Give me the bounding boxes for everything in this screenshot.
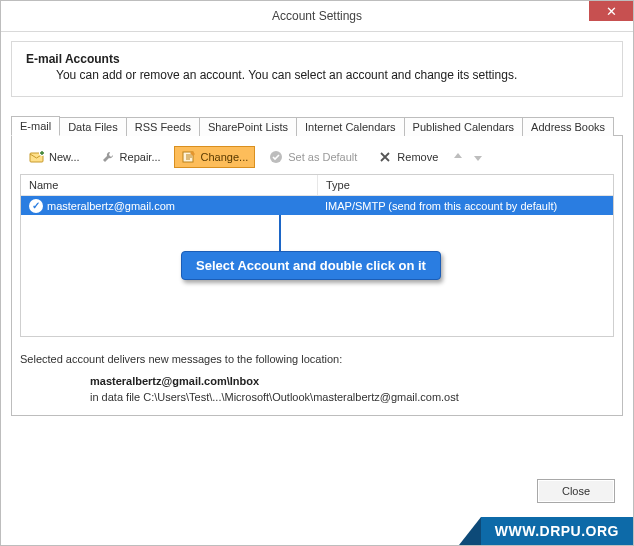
tab-label: Data Files: [68, 121, 118, 133]
window-close-button[interactable]: ✕: [589, 1, 633, 21]
header-title: E-mail Accounts: [26, 52, 608, 66]
delivery-info: Selected account delivers new messages t…: [20, 353, 614, 403]
new-button[interactable]: New...: [22, 146, 87, 168]
mail-new-icon: [29, 149, 45, 165]
tab-label: E-mail: [20, 120, 51, 132]
instruction-callout: Select Account and double click on it: [181, 251, 441, 280]
close-icon: ✕: [606, 4, 617, 19]
remove-label: Remove: [397, 151, 438, 163]
dialog-window: Account Settings ✕ E-mail Accounts You c…: [0, 0, 634, 546]
check-circle-icon: [268, 149, 284, 165]
remove-button[interactable]: Remove: [370, 146, 445, 168]
tab-label: Published Calendars: [413, 121, 515, 133]
list-header: Name Type: [21, 175, 613, 196]
wrench-icon: [100, 149, 116, 165]
change-button[interactable]: Change...: [174, 146, 256, 168]
tab-label: RSS Feeds: [135, 121, 191, 133]
watermark-ribbon: WWW.DRPU.ORG: [459, 517, 633, 545]
set-default-button: Set as Default: [261, 146, 364, 168]
tab-sharepoint-lists[interactable]: SharePoint Lists: [199, 117, 297, 136]
column-name[interactable]: Name: [21, 175, 318, 195]
account-type-cell: IMAP/SMTP (send from this account by def…: [317, 200, 613, 212]
callout-pointer: [279, 215, 281, 253]
tab-label: SharePoint Lists: [208, 121, 288, 133]
tab-email[interactable]: E-mail: [11, 116, 60, 136]
move-up-button: [451, 150, 465, 164]
repair-button[interactable]: Repair...: [93, 146, 168, 168]
delivery-destination: masteralbertz@gmail.com\Inbox: [90, 375, 614, 387]
account-type: IMAP/SMTP (send from this account by def…: [325, 200, 557, 212]
close-button[interactable]: Close: [537, 479, 615, 503]
tab-label: Address Books: [531, 121, 605, 133]
tab-internet-calendars[interactable]: Internet Calendars: [296, 117, 405, 136]
ribbon-edge: [459, 517, 481, 545]
column-type[interactable]: Type: [318, 175, 613, 195]
set-default-label: Set as Default: [288, 151, 357, 163]
header-panel: E-mail Accounts You can add or remove an…: [11, 41, 623, 97]
header-subtitle: You can add or remove an account. You ca…: [56, 68, 608, 82]
tab-published-calendars[interactable]: Published Calendars: [404, 117, 524, 136]
tab-rss-feeds[interactable]: RSS Feeds: [126, 117, 200, 136]
accounts-list[interactable]: Name Type ✓ masteralbertz@gmail.com IMAP…: [20, 174, 614, 337]
tab-container: E-mail Data Files RSS Feeds SharePoint L…: [11, 115, 623, 416]
change-label: Change...: [201, 151, 249, 163]
tab-data-files[interactable]: Data Files: [59, 117, 127, 136]
move-down-button: [471, 150, 485, 164]
tab-address-books[interactable]: Address Books: [522, 117, 614, 136]
list-body: ✓ masteralbertz@gmail.com IMAP/SMTP (sen…: [21, 196, 613, 336]
accounts-toolbar: New... Repair... Change...: [20, 144, 614, 174]
account-name-cell: ✓ masteralbertz@gmail.com: [21, 199, 317, 213]
delivery-intro: Selected account delivers new messages t…: [20, 353, 614, 365]
watermark-text: WWW.DRPU.ORG: [481, 517, 633, 545]
default-account-icon: ✓: [29, 199, 43, 213]
title-bar: Account Settings ✕: [1, 1, 633, 32]
tab-page-email: New... Repair... Change...: [11, 135, 623, 416]
repair-label: Repair...: [120, 151, 161, 163]
new-label: New...: [49, 151, 80, 163]
remove-x-icon: [377, 149, 393, 165]
close-label: Close: [562, 485, 590, 497]
account-row[interactable]: ✓ masteralbertz@gmail.com IMAP/SMTP (sen…: [21, 196, 613, 215]
delivery-path: in data file C:\Users\Test\...\Microsoft…: [90, 391, 614, 403]
account-name: masteralbertz@gmail.com: [47, 200, 175, 212]
change-icon: [181, 149, 197, 165]
window-title: Account Settings: [1, 9, 633, 23]
tab-label: Internet Calendars: [305, 121, 396, 133]
tab-strip: E-mail Data Files RSS Feeds SharePoint L…: [11, 115, 623, 135]
